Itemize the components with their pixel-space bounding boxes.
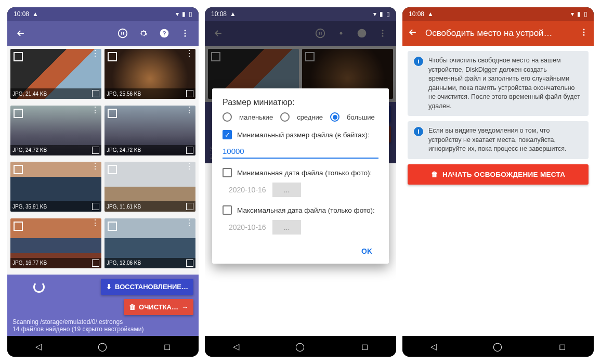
settings-button[interactable]: [134, 24, 153, 43]
checkbox-icon[interactable]: [14, 165, 23, 174]
fullscreen-icon[interactable]: [92, 259, 99, 267]
nav-recent-icon[interactable]: ◻: [164, 342, 171, 352]
mindate-label: Минимальная дата файла (только фото):: [237, 169, 372, 177]
radio-small[interactable]: [223, 112, 232, 122]
thumbnail[interactable]: ⋮JPG, 21,44 KB: [10, 49, 101, 99]
recover-button[interactable]: ⬇ ВОССТАНОВЛЕНИЕ…: [101, 279, 193, 295]
pause-button[interactable]: [113, 24, 132, 43]
nav-back-icon[interactable]: ◁: [35, 342, 42, 352]
fullscreen-icon[interactable]: [186, 203, 193, 210]
info-icon: i: [414, 127, 423, 136]
nav-bar: ◁ ◯ ◻: [205, 336, 396, 357]
checkbox-icon[interactable]: [108, 109, 117, 118]
thumbnail-caption: JPG, 16,77 KB: [12, 260, 47, 266]
checkbox-icon[interactable]: [14, 109, 23, 118]
mindate-pick-button[interactable]: ...: [272, 183, 302, 197]
thumbnail[interactable]: ⋮JPG, 16,77 KB: [10, 218, 101, 268]
checkbox-icon[interactable]: [108, 222, 117, 231]
back-button: [209, 24, 228, 43]
bottom-panel: ⬇ ВОССТАНОВЛЕНИЕ… 🗑 ОЧИСТКА… → Scanning …: [7, 275, 199, 336]
thumbnail-caption: JPG, 25,56 KB: [107, 91, 141, 97]
thumbnail[interactable]: ⋮JPG, 25,56 KB: [104, 49, 195, 99]
info-icon: i: [414, 57, 423, 66]
loading-spinner-icon: [33, 281, 45, 293]
thumbnail-caption: JPG, 11,61 KB: [107, 204, 141, 210]
fullscreen-icon[interactable]: [186, 147, 193, 154]
item-menu-icon[interactable]: ⋮: [91, 108, 99, 113]
download-icon: ⬇: [106, 283, 112, 291]
status-bar: 10:08▲ ▾▮▯: [402, 7, 594, 21]
pause-button: [311, 24, 330, 43]
nav-home-icon[interactable]: ◯: [295, 342, 305, 352]
checkbox-minsize[interactable]: ✓: [223, 130, 232, 139]
fullscreen-icon[interactable]: [92, 90, 99, 97]
maxdate-label: Максимальная дата файла (только фото):: [237, 206, 375, 214]
nav-home-icon[interactable]: ◯: [98, 342, 107, 352]
fullscreen-icon[interactable]: [92, 147, 99, 154]
fullscreen-icon[interactable]: [186, 90, 193, 97]
wifi-icon: ▾: [176, 10, 179, 18]
thumbnail-caption: JPG, 12,06 KB: [107, 260, 141, 266]
fullscreen-icon[interactable]: [186, 259, 193, 267]
cleanup-label: ОЧИСТКА…: [139, 303, 178, 311]
svg-point-11: [382, 35, 384, 37]
svg-point-0: [119, 29, 127, 38]
thumbnail[interactable]: ⋮JPG, 24,72 KB: [10, 106, 101, 155]
nav-home-icon[interactable]: ◯: [493, 342, 502, 352]
dialog-ok-button[interactable]: OK: [355, 243, 378, 259]
checkbox-icon[interactable]: [14, 52, 23, 61]
item-menu-icon[interactable]: ⋮: [91, 164, 99, 169]
checkbox-icon[interactable]: [108, 52, 117, 61]
battery-icon: ▯: [386, 10, 390, 18]
nav-back-icon[interactable]: ◁: [430, 342, 437, 352]
recover-label: ВОССТАНОВЛЕНИЕ…: [115, 283, 188, 291]
item-menu-icon[interactable]: ⋮: [185, 164, 193, 169]
thumbnail[interactable]: ⋮JPG, 11,61 KB: [104, 162, 195, 212]
minsize-input[interactable]: [223, 145, 378, 159]
item-menu-icon[interactable]: ⋮: [185, 220, 193, 226]
overflow-button[interactable]: [176, 24, 194, 43]
battery-icon: ▯: [584, 10, 587, 18]
thumbnail-caption: JPG, 35,91 KB: [12, 204, 47, 210]
help-button[interactable]: ?: [155, 24, 174, 43]
thumbnail-caption: JPG, 24,72 KB: [12, 147, 47, 153]
checkbox-mindate[interactable]: [223, 168, 232, 177]
nav-back-icon[interactable]: ◁: [233, 342, 239, 352]
wifi-icon: ▾: [571, 10, 574, 18]
status-time: 10:08: [211, 10, 227, 18]
item-menu-icon[interactable]: ⋮: [91, 220, 99, 226]
phone-freespace: 10:08▲ ▾▮▯ Освободить место на устрой… i…: [402, 7, 594, 357]
info-card: i Если вы видите уведомления о том, что …: [408, 121, 589, 159]
thumbnail[interactable]: ⋮JPG, 12,06 KB: [104, 218, 195, 268]
svg-point-10: [382, 33, 384, 34]
checkbox-maxdate[interactable]: [223, 205, 232, 215]
thumbnail[interactable]: ⋮JPG, 35,91 KB: [10, 162, 101, 212]
item-menu-icon[interactable]: ⋮: [185, 51, 193, 56]
back-button[interactable]: [408, 27, 418, 40]
svg-point-12: [583, 29, 585, 30]
overflow-button[interactable]: [579, 28, 589, 39]
nav-recent-icon[interactable]: ◻: [361, 342, 368, 352]
svg-point-13: [583, 32, 585, 33]
item-menu-icon[interactable]: ⋮: [185, 108, 193, 113]
fullscreen-icon[interactable]: [92, 203, 99, 210]
back-button[interactable]: [11, 24, 30, 43]
thumbnail[interactable]: ⋮JPG, 24,72 KB: [104, 106, 195, 155]
checkbox-icon[interactable]: [108, 165, 117, 174]
found-line: 14 файлов найдено (19 скрыто настройками…: [12, 326, 193, 333]
start-wipe-button[interactable]: 🗑 НАЧАТЬ ОСВОБОЖДЕНИЕ МЕСТА: [408, 164, 589, 185]
nav-recent-icon[interactable]: ◻: [559, 342, 566, 352]
warning-icon: ▲: [427, 10, 434, 18]
app-bar: ?: [7, 21, 199, 46]
thumbnail-grid: ⋮JPG, 21,44 KB ⋮JPG, 25,56 KB ⋮JPG, 24,7…: [7, 46, 199, 275]
settings-link[interactable]: настройками: [104, 326, 141, 333]
radio-large[interactable]: [330, 112, 339, 122]
cleanup-button[interactable]: 🗑 ОЧИСТКА… →: [124, 299, 193, 315]
trash-icon: 🗑: [431, 171, 438, 178]
wifi-icon: ▾: [373, 10, 376, 18]
maxdate-pick-button[interactable]: ...: [272, 220, 302, 235]
item-menu-icon[interactable]: ⋮: [91, 51, 99, 56]
radio-medium[interactable]: [280, 112, 290, 122]
status-bar: 10:08▲ ▾▮▯: [205, 7, 396, 21]
checkbox-icon[interactable]: [14, 222, 23, 231]
